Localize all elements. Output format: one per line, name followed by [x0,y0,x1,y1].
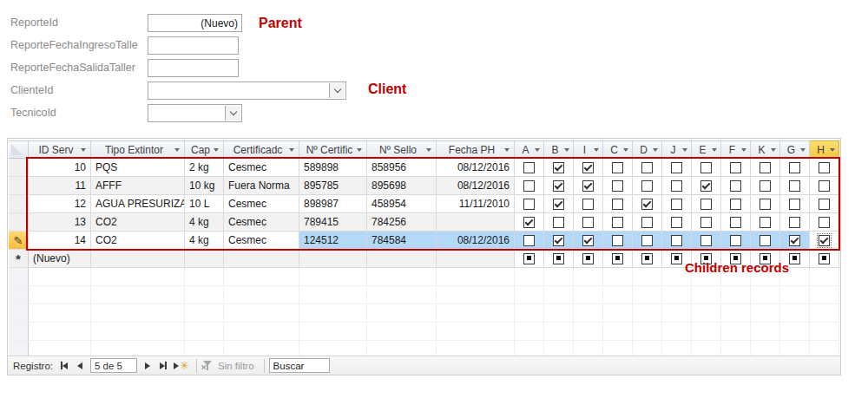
cell[interactable]: 10 [29,159,91,177]
column-header-Fecha-PH[interactable]: Fecha PH [437,140,515,159]
checkbox-cell-H[interactable] [810,213,839,232]
cell[interactable]: 458954 [367,195,437,213]
cell[interactable]: 11/11/2010 [437,195,515,213]
column-header-D[interactable]: D [633,140,662,159]
checkbox-cell-J[interactable] [662,232,692,250]
checkbox-cell-A[interactable] [515,232,544,250]
cell[interactable]: 12 [29,195,91,213]
checkbox-I[interactable] [582,253,594,264]
cell[interactable]: 895698 [367,177,437,195]
checkbox-cell-G[interactable] [780,232,810,250]
checkbox-cell-J[interactable] [662,177,692,195]
sort-dropdown-icon[interactable] [712,148,717,152]
checkbox-C[interactable] [612,180,623,192]
checkbox-B[interactable] [553,217,564,228]
sort-dropdown-icon[interactable] [535,148,540,152]
checkbox-G[interactable] [789,199,800,210]
first-record-button[interactable] [56,358,72,374]
checkbox-cell-H[interactable] [810,159,839,177]
cell[interactable]: 14 [29,232,91,250]
checkbox-cell-H[interactable] [810,195,839,213]
checkbox-H[interactable] [819,235,830,246]
sort-dropdown-icon[interactable] [564,148,569,152]
column-header-Tipo-Extintor[interactable]: Tipo Extintor [91,140,185,159]
checkbox-cell-C[interactable] [603,177,633,195]
checkbox-cell-A[interactable] [515,213,544,232]
sort-dropdown-icon[interactable] [426,148,431,152]
cell[interactable] [91,250,185,268]
checkbox-cell-G[interactable] [780,177,810,195]
fecha-ingreso-field[interactable] [148,36,239,55]
checkbox-cell-I[interactable] [574,159,603,177]
checkbox-F[interactable] [730,162,741,173]
select-all-corner[interactable] [9,140,29,159]
checkbox-H[interactable] [819,180,830,192]
column-header-H[interactable]: H [810,140,839,159]
checkbox-J[interactable] [671,199,682,210]
checkbox-cell-E[interactable] [692,159,721,177]
sort-dropdown-icon[interactable] [771,148,776,152]
checkbox-cell-D[interactable] [633,195,662,213]
new-row-selector[interactable]: * [9,250,29,268]
sort-dropdown-icon[interactable] [174,148,180,152]
checkbox-cell-C[interactable] [603,213,633,232]
cell[interactable]: 789415 [299,213,367,232]
cell[interactable] [367,250,437,268]
checkbox-I[interactable] [582,199,594,210]
row-selector[interactable] [9,195,29,213]
checkbox-cell-I[interactable] [574,213,603,232]
last-record-button[interactable] [155,358,171,374]
cell[interactable]: 08/12/2016 [437,159,515,177]
cell[interactable]: CO2 [91,232,185,250]
row-selector[interactable]: ✎ [9,232,29,250]
filter-state-label[interactable]: Sin filtro [218,361,254,371]
checkbox-cell-F[interactable] [721,213,751,232]
cell[interactable]: 784256 [367,213,437,232]
cell[interactable]: 10 L [185,195,224,213]
checkbox-B[interactable] [553,180,564,192]
cell[interactable]: 13 [29,213,91,232]
checkbox-K[interactable] [760,162,771,173]
previous-record-button[interactable] [72,358,88,374]
row-selector[interactable] [9,177,29,195]
checkbox-H[interactable] [819,162,830,173]
checkbox-K[interactable] [760,235,771,246]
checkbox-cell-F[interactable] [721,159,751,177]
column-header-E[interactable]: E [692,140,721,159]
cell[interactable]: 124512 [299,232,367,250]
sort-dropdown-icon[interactable] [594,148,599,152]
checkbox-cell-K[interactable] [751,213,780,232]
checkbox-D[interactable] [641,217,653,228]
checkbox-I[interactable] [582,217,594,228]
clienteid-combo[interactable] [148,82,346,100]
sort-dropdown-icon[interactable] [653,148,658,152]
checkbox-cell-K[interactable] [751,195,780,213]
checkbox-A[interactable] [523,217,535,228]
column-header-Cap[interactable]: Cap [185,140,224,159]
checkbox-cell-K[interactable] [751,159,780,177]
cell[interactable]: 4 kg [185,213,224,232]
sort-dropdown-icon[interactable] [289,148,294,152]
checkbox-cell-E[interactable] [692,213,721,232]
checkbox-A[interactable] [523,180,535,192]
checkbox-I[interactable] [582,235,594,246]
checkbox-D[interactable] [641,162,653,173]
cell[interactable] [437,250,515,268]
checkbox-A[interactable] [523,235,535,246]
checkbox-E[interactable] [700,162,712,173]
fecha-salida-field[interactable] [148,59,239,77]
checkbox-cell-E[interactable] [692,195,721,213]
sort-dropdown-icon[interactable] [830,148,835,152]
checkbox-cell-I[interactable] [574,232,603,250]
checkbox-J[interactable] [671,235,682,246]
checkbox-D[interactable] [641,180,653,192]
tecnicoid-dropdown-button[interactable] [225,106,240,121]
cell[interactable]: 08/12/2016 [437,232,515,250]
checkbox-cell-D[interactable] [633,250,662,268]
checkbox-H[interactable] [819,217,830,228]
checkbox-K[interactable] [760,180,771,192]
checkbox-E[interactable] [700,180,712,192]
cell[interactable]: AFFF [91,177,185,195]
checkbox-cell-C[interactable] [603,195,633,213]
checkbox-cell-H[interactable] [810,232,839,250]
